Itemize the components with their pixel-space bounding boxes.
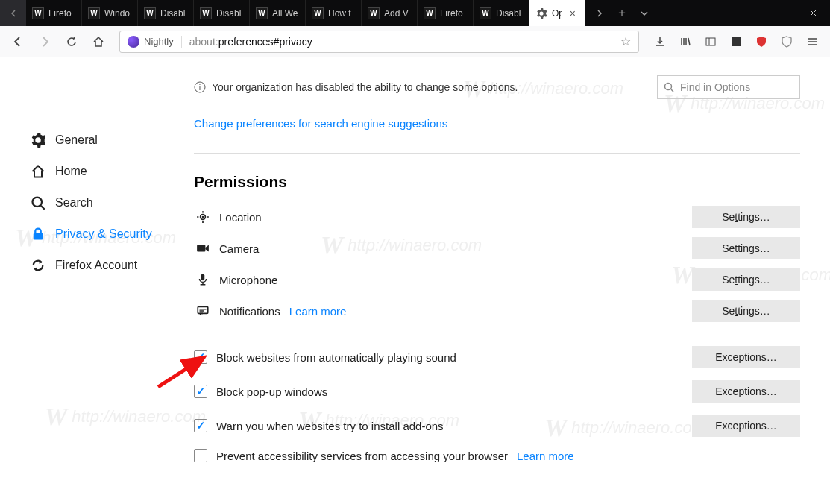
svg-point-13 [202,216,204,218]
popups-exceptions-button[interactable]: Exceptions… [692,380,800,403]
gear-icon [535,7,547,19]
preferences-sidebar: General Home Search Privacy & Security F… [0,57,186,504]
warn-addons-checkbox[interactable] [194,419,207,432]
sidebar-item-label: Firefox Account [55,259,137,272]
tab[interactable]: WAdd V [362,0,418,26]
tab[interactable]: WDisabl [474,0,529,26]
back-button[interactable] [6,30,30,54]
search-icon [30,195,46,211]
svg-line-11 [671,89,673,92]
prevent-accessibility-row: Prevent accessibility services from acce… [194,443,800,468]
downloads-button[interactable] [648,30,672,54]
block-popups-checkbox[interactable] [194,385,207,398]
block-autoplay-checkbox[interactable] [194,350,207,364]
tab-scroll-right[interactable] [588,0,611,26]
tab[interactable]: WDisabl [194,0,250,26]
permission-camera: Camera Settings… [194,233,800,264]
svg-rect-16 [198,306,208,313]
shield-icon[interactable] [775,30,799,54]
sidebar-item-account[interactable]: Firefox Account [30,250,186,281]
tab[interactable]: WFirefo [26,0,82,26]
microphone-settings-button[interactable]: Settings… [692,268,800,291]
tab-active[interactable]: Op × [529,0,585,26]
camera-icon [194,242,212,255]
svg-point-10 [665,84,672,90]
window-maximize[interactable] [761,0,796,26]
favicon-icon: W [144,7,156,19]
notifications-settings-button[interactable]: Settings… [692,300,800,322]
window-close[interactable] [796,0,830,26]
location-settings-button[interactable]: Settings… [692,206,800,228]
favicon-icon: W [424,7,436,19]
camera-settings-button[interactable]: Settings… [692,237,800,259]
sidebar-button[interactable] [699,30,723,54]
svg-rect-7 [34,233,43,240]
tab-close-icon[interactable]: × [567,7,579,19]
svg-rect-1 [776,10,782,16]
tab[interactable]: WWindo [82,0,138,26]
sync-icon [30,257,46,274]
tab[interactable]: WDisabl [138,0,194,26]
block-autoplay-row: Block websites from automatically playin… [194,340,800,374]
extension-icon[interactable] [724,30,748,54]
favicon-icon: W [480,7,491,19]
identity-box[interactable]: Nightly [120,36,182,48]
svg-text:i: i [199,83,201,92]
sidebar-item-label: General [55,133,98,147]
tab[interactable]: WHow t [306,0,362,26]
nav-toolbar: Nightly about:preferences#privacy ☆ [0,26,830,57]
warn-addons-row: Warn you when websites try to install ad… [194,409,800,443]
tab[interactable]: WAll We [250,0,306,26]
search-suggestions-link[interactable]: Change preferences for search engine sug… [194,117,447,130]
sidebar-item-home[interactable]: Home [30,156,186,187]
permission-notifications: Notifications Learn more Settings… [194,295,800,327]
svg-line-6 [41,206,45,210]
svg-rect-14 [197,245,205,252]
window-minimize[interactable] [727,0,761,26]
ublock-icon[interactable] [749,30,773,54]
home-button[interactable] [87,30,110,54]
sidebar-item-label: Privacy & Security [55,227,152,241]
favicon-icon: W [312,7,324,19]
svg-point-5 [33,198,43,207]
svg-rect-4 [732,37,741,46]
new-tab-button[interactable]: ＋ [611,0,633,26]
block-popups-row: Block pop-up windows Exceptions… [194,374,800,409]
prevent-accessibility-checkbox[interactable] [194,449,207,462]
nightly-icon [128,36,139,48]
accessibility-learn-more-link[interactable]: Learn more [517,450,574,462]
sidebar-item-search[interactable]: Search [30,187,186,218]
hamburger-menu[interactable] [800,30,824,54]
svg-rect-15 [201,274,205,280]
addons-exceptions-button[interactable]: Exceptions… [692,415,800,437]
tab[interactable]: WFirefo [418,0,474,26]
autoplay-exceptions-button[interactable]: Exceptions… [692,346,800,368]
bookmark-star-icon[interactable]: ☆ [613,34,638,48]
home-icon [30,163,46,180]
sidebar-item-general[interactable]: General [30,125,186,156]
favicon-icon: W [256,7,268,19]
url-text: about:preferences#privacy [182,36,613,48]
favicon-icon: W [368,7,380,19]
info-icon: i [194,81,206,93]
tabs-dropdown[interactable] [633,0,655,26]
sidebar-item-privacy[interactable]: Privacy & Security [30,218,186,250]
tab-scroll-left[interactable] [0,0,26,26]
favicon-icon: W [200,7,212,19]
titlebar: WFirefo WWindo WDisabl WDisabl WAll We W… [0,0,830,26]
lock-icon [30,226,46,242]
permissions-heading: Permissions [194,173,800,191]
reload-button[interactable] [60,30,84,54]
forward-button[interactable] [33,30,57,54]
gear-icon [30,132,46,148]
notifications-learn-more-link[interactable]: Learn more [289,305,347,318]
url-bar[interactable]: Nightly about:preferences#privacy ☆ [119,31,639,53]
identity-label: Nightly [144,36,174,47]
microphone-icon [194,273,212,286]
options-search-input[interactable]: Find in Options [657,75,800,99]
policy-notice: i Your organization has disabled the abi… [194,81,648,93]
permission-microphone: Microphone Settings… [194,264,800,295]
library-button[interactable] [673,30,697,54]
location-icon [194,210,212,224]
sidebar-item-label: Home [55,165,87,178]
